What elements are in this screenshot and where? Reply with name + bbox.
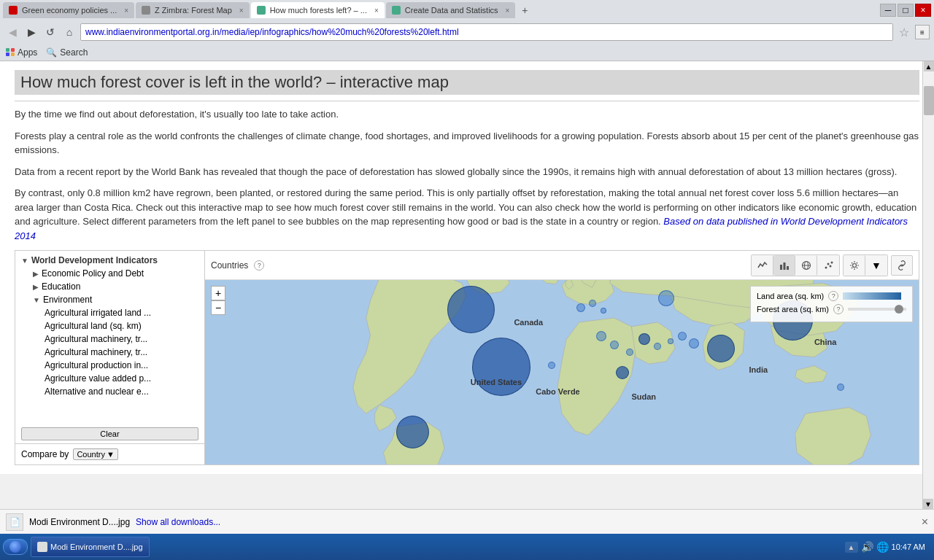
tree-root[interactable]: ▼ World Development Indicators: [15, 254, 204, 267]
taskbar-tray: ▲ 🔊 🌐 10:47 AM: [839, 541, 931, 553]
tree-item-economic[interactable]: ▶ Economic Policy and Debt: [15, 267, 204, 280]
map-legend: Land area (sq. km) ? Forest area (sq. km…: [750, 286, 913, 322]
tab-create-data[interactable]: Create Data and Statistics ×: [386, 2, 516, 18]
left-panel: ▼ World Development Indicators ▶ Economi…: [15, 251, 205, 464]
countries-label-area: Countries ?: [211, 260, 264, 271]
settings-button[interactable]: [844, 255, 865, 276]
bar-chart-button[interactable]: [773, 255, 795, 276]
compare-label: Compare by: [21, 449, 69, 459]
legend-land-row: Land area (sq. km) ?: [757, 291, 906, 301]
tree-item-ag-production[interactable]: Agricultural production in...: [15, 359, 204, 372]
link-button[interactable]: [891, 255, 913, 276]
zoom-in-button[interactable]: +: [211, 286, 225, 300]
tree-item-ag-value[interactable]: Agriculture value added p...: [15, 372, 204, 385]
forward-button[interactable]: ▶: [23, 24, 39, 40]
taskbar: Modi Environment D....jpg ▲ 🔊 🌐 10:47 AM: [0, 534, 934, 560]
globe-button[interactable]: [795, 255, 817, 276]
tab-favicon: [257, 6, 266, 15]
scatter-chart-button[interactable]: [817, 255, 839, 276]
tab-label: Green economy policies ...: [22, 6, 117, 15]
tree-item-ag-machinery-1[interactable]: Agricultural machinery, tr...: [15, 332, 204, 346]
zoom-out-button[interactable]: −: [211, 300, 225, 315]
tree-item-alternative[interactable]: Alternative and nuclear e...: [15, 385, 204, 398]
tree-item-ag-land[interactable]: Agricultural land (sq. km): [15, 319, 204, 332]
map-area[interactable]: + −: [205, 280, 919, 464]
scroll-up[interactable]: ▲: [924, 61, 934, 71]
new-tab-button[interactable]: +: [517, 2, 533, 18]
settings-group: ▼: [843, 254, 888, 276]
scroll-down[interactable]: ▼: [923, 499, 933, 509]
title-bar: Green economy policies ... × Z Zimbra: F…: [0, 0, 934, 20]
search-bookmark[interactable]: 🔍 Search: [46, 47, 88, 58]
tab-zimbra[interactable]: Z Zimbra: Forest Map ×: [136, 2, 250, 18]
home-button[interactable]: ⌂: [61, 24, 77, 40]
tab-close[interactable]: ×: [124, 7, 128, 15]
svg-rect-0: [780, 265, 782, 270]
expand-arrow: ▶: [33, 270, 39, 278]
start-button[interactable]: [3, 539, 28, 555]
countries-help[interactable]: ?: [254, 260, 264, 271]
countries-label: Countries: [211, 260, 248, 271]
map-toolbar: Countries ?: [205, 251, 919, 280]
tree-item-ag-irrigated[interactable]: Agricultural irrigated land ...: [15, 306, 204, 319]
toolbar-buttons: ▼: [751, 254, 913, 276]
svg-point-8: [830, 265, 832, 267]
tab-close[interactable]: ×: [506, 7, 510, 15]
line-chart-button[interactable]: [752, 255, 773, 276]
back-button[interactable]: ◀: [4, 24, 20, 40]
show-all-downloads[interactable]: Show all downloads...: [136, 517, 220, 527]
taskbar-item-label: Modi Environment D....jpg: [50, 542, 143, 551]
wdi-link[interactable]: Based on data published in World Develop…: [15, 216, 908, 241]
tab-forests[interactable]: How much forests left? – ... ×: [251, 2, 385, 18]
tree-item-environment[interactable]: ▼ Environment: [15, 293, 204, 306]
page-content: How much forest cover is left in the wor…: [0, 61, 934, 474]
expand-arrow: ▼: [33, 296, 40, 304]
tab-favicon: [392, 6, 401, 15]
tab-green-economy[interactable]: Green economy policies ... ×: [3, 2, 134, 18]
tree-item-ag-machinery-2[interactable]: Agricultural machinery, tr...: [15, 346, 204, 359]
apps-bookmark[interactable]: Apps: [6, 47, 37, 58]
scrollbar-thumb[interactable]: [924, 86, 934, 115]
zoom-controls: + −: [211, 286, 225, 315]
scrollbar[interactable]: ▲ ▼: [922, 61, 934, 509]
bookmark-bar: Apps 🔍 Search: [0, 44, 934, 61]
tree-container: ▼ World Development Indicators ▶ Economi…: [15, 251, 204, 424]
settings-dropdown[interactable]: ▼: [865, 255, 887, 276]
tab-favicon: [9, 6, 18, 15]
paragraph-4: By contrast, only 0.8 million km2 have r…: [15, 186, 919, 243]
close-button[interactable]: ×: [915, 4, 931, 17]
svg-point-10: [852, 263, 856, 267]
svg-point-7: [827, 262, 830, 265]
settings-menu[interactable]: ≡: [915, 25, 930, 39]
tab-close[interactable]: ×: [374, 7, 379, 15]
download-bar-close[interactable]: ×: [922, 516, 928, 529]
taskbar-download-item[interactable]: Modi Environment D....jpg: [31, 537, 150, 557]
page-title: How much forest cover is left in the wor…: [15, 70, 919, 95]
dropdown-arrow: ▼: [107, 450, 115, 459]
legend-forest-help[interactable]: ?: [833, 304, 844, 314]
svg-rect-2: [787, 266, 789, 270]
tab-label: How much forests left? – ...: [270, 6, 367, 15]
svg-point-9: [831, 261, 833, 263]
paragraph-1: By the time we find out about deforestat…: [15, 107, 919, 122]
compare-dropdown[interactable]: Country ▼: [73, 448, 117, 460]
bookmark-star[interactable]: ☆: [896, 24, 912, 40]
address-bar[interactable]: [80, 23, 893, 41]
expand-arrow: ▶: [33, 283, 39, 291]
tray-expand[interactable]: ▲: [845, 542, 858, 553]
refresh-button[interactable]: ↺: [42, 24, 58, 40]
download-filename: Modi Environment D....jpg: [29, 517, 130, 527]
system-time: 10:47 AM: [892, 542, 925, 551]
legend-forest-label: Forest area (sq. km): [757, 305, 829, 314]
paragraph-3: Data from a recent report by the World B…: [15, 165, 919, 179]
legend-forest-slider[interactable]: [848, 308, 906, 311]
clear-button[interactable]: Clear: [21, 427, 198, 440]
tab-close[interactable]: ×: [239, 7, 244, 15]
interactive-section: ▼ World Development Indicators ▶ Economi…: [15, 250, 919, 465]
tree-item-education[interactable]: ▶ Education: [15, 280, 204, 293]
start-orb: [9, 541, 21, 553]
minimize-button[interactable]: ─: [880, 4, 896, 17]
tab-label: Z Zimbra: Forest Map: [155, 6, 232, 15]
maximize-button[interactable]: □: [898, 4, 914, 17]
legend-land-help[interactable]: ?: [828, 291, 838, 301]
